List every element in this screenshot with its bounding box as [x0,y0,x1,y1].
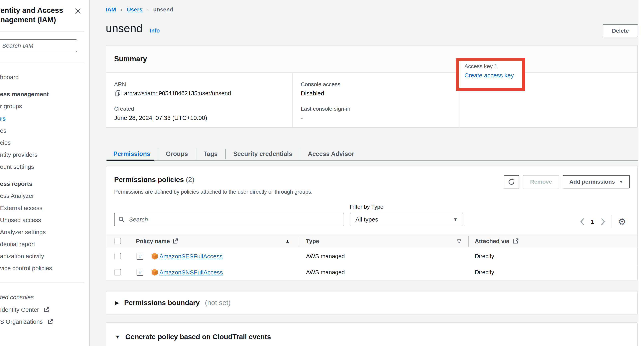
expand-row-icon[interactable]: + [136,269,144,276]
summary-col-console: Console access Disabled Last console sig… [292,73,458,127]
summary-col-arn: ARN arn:aws:iam::905418462135:user/unsen… [106,73,292,127]
tab-groups[interactable]: Groups [158,148,196,160]
sidebar-item-policies[interactable]: cies [0,138,10,147]
remove-button[interactable]: Remove [523,175,559,188]
create-access-key-link[interactable]: Create access key [464,72,522,79]
tabs-baseline [106,160,638,161]
policy-attached-via: Directly [475,269,494,276]
tab-permissions[interactable]: Permissions [106,148,158,160]
console-access-label: Console access [301,81,458,88]
close-icon[interactable] [74,7,82,15]
policy-search-input[interactable] [114,213,344,226]
sidebar-item-unused-access[interactable]: Unused access [0,216,41,224]
refresh-button[interactable] [504,175,519,188]
column-divider[interactable] [299,236,299,247]
tab-access-advisor[interactable]: Access Advisor [300,148,362,160]
policy-link[interactable]: AmazonSNSFullAccess [160,269,223,276]
breadcrumb-separator: › [120,6,122,13]
sidebar-item-credential-report[interactable]: dential report [0,240,35,249]
caret-down-icon: ▼ [453,217,458,222]
scrollbar-track[interactable] [638,0,644,346]
sort-ascending-icon[interactable]: ▲ [285,239,290,244]
summary-body: ARN arn:aws:iam::905418462135:user/unsen… [106,73,638,127]
delete-button[interactable]: Delete [603,25,638,37]
policy-type: AWS managed [306,269,345,276]
gear-icon[interactable]: ⚙ [618,217,626,226]
column-policy-name[interactable]: Policy name [136,238,170,245]
column-type[interactable]: Type [306,238,319,245]
last-signin-label: Last console sign-in [301,106,458,112]
sidebar-divider [0,63,84,63]
sidebar-item-identity-center[interactable]: Identity Center [0,305,50,314]
summary-col-access-key: Access key 1 Create access key [458,73,638,127]
column-attached-via[interactable]: Attached via [475,238,509,245]
sidebar-section-access-management: ess management [0,90,49,99]
expand-down-icon[interactable]: ▼ [115,334,120,340]
sidebar-item-identity-providers[interactable]: ntity providers [0,150,38,159]
sidebar-item-label: Identity Center [0,306,39,313]
sidebar-item-access-analyzer[interactable]: ess Analyzer [0,191,34,200]
summary-title: Summary [114,55,147,63]
cloudtrail-policy-card: ▼ Generate policy based on CloudTrail ev… [106,322,638,346]
sidebar-heading-related-consoles: ted consoles [0,293,34,302]
sidebar-section-access-reports: ess reports [0,179,32,188]
sidebar-item-account-settings[interactable]: ount settings [0,162,34,171]
cloudtrail-policy-title: Generate policy based on CloudTrail even… [125,333,271,341]
sidebar-item-roles[interactable]: es [0,126,6,135]
add-permissions-button[interactable]: Add permissions ▼ [563,175,630,188]
console-access-value: Disabled [301,90,458,97]
copy-icon[interactable] [114,90,121,97]
sidebar-item-organization-activity[interactable]: anization activity [0,252,44,261]
breadcrumb-users[interactable]: Users [127,7,142,13]
tab-security-credentials[interactable]: Security credentials [226,148,300,160]
breadcrumb-iam[interactable]: IAM [106,7,116,13]
sidebar-item-dashboard[interactable]: hboard [0,73,18,82]
expand-row-icon[interactable]: + [136,253,144,260]
sidebar-item-external-access[interactable]: External access [0,204,42,212]
permissions-policies-title: Permissions policies (2) [114,176,194,184]
filter-caret-icon[interactable]: ▽ [457,238,461,244]
permissions-boundary-header[interactable]: ▶ Permissions boundary (not set) [106,291,638,314]
managed-policy-icon [150,252,158,260]
type-filter-select[interactable]: All types ▼ [350,213,463,226]
expand-right-icon[interactable]: ▶ [115,300,119,306]
sidebar-search-input[interactable] [0,39,77,52]
tab-tags[interactable]: Tags [196,148,225,160]
sidebar-item-service-control-policies[interactable]: vice control policies [0,264,52,273]
breadcrumb-separator: › [147,6,149,13]
sidebar-title-line2: nagement (IAM) [0,15,63,25]
permissions-policies-card: Permissions policies (2) Permissions are… [106,166,638,280]
chevron-left-icon[interactable] [580,218,585,226]
policy-attached-via: Directly [475,253,494,260]
summary-card-header: Summary [106,46,638,73]
policy-row-ses: + AmazonSESFullAccess AWS managed Direct… [106,248,638,265]
chevron-right-icon[interactable] [600,218,606,226]
row-checkbox[interactable] [114,269,121,275]
access-key-highlight-box: Access key 1 Create access key [456,58,525,91]
page-number[interactable]: 1 [591,218,594,225]
sidebar-item-aws-organizations[interactable]: S Organizations [0,317,54,326]
sidebar-item-analyzer-settings[interactable]: Analyzer settings [0,228,46,237]
column-divider[interactable] [468,236,468,247]
permissions-policies-title-text: Permissions policies [114,176,184,183]
permissions-policies-count: (2) [186,176,194,183]
managed-policy-icon [150,268,158,276]
select-all-checkbox[interactable] [114,238,121,244]
permissions-boundary-title: Permissions boundary [124,299,200,307]
arn-value: arn:aws:iam::905418462135:user/unsend [124,90,231,97]
last-signin-value: - [301,115,458,121]
policy-link[interactable]: AmazonSESFullAccess [160,253,222,260]
caret-down-icon: ▼ [619,180,623,184]
policy-type: AWS managed [306,253,345,260]
main-content: IAM › Users › unsend unsend Info Delete … [90,0,644,346]
info-link[interactable]: Info [150,28,160,34]
tab-bar: Permissions Groups Tags Security credent… [106,148,362,160]
cloudtrail-policy-header[interactable]: ▼ Generate policy based on CloudTrail ev… [106,323,638,346]
sidebar-item-users[interactable]: rs [0,114,6,123]
row-checkbox[interactable] [114,253,121,259]
created-label: Created [114,106,292,112]
external-link-icon [513,238,519,244]
sidebar-item-user-groups[interactable]: r groups [0,102,22,111]
policy-row-sns: + AmazonSNSFullAccess AWS managed Direct… [106,265,638,280]
policy-search [114,213,344,226]
